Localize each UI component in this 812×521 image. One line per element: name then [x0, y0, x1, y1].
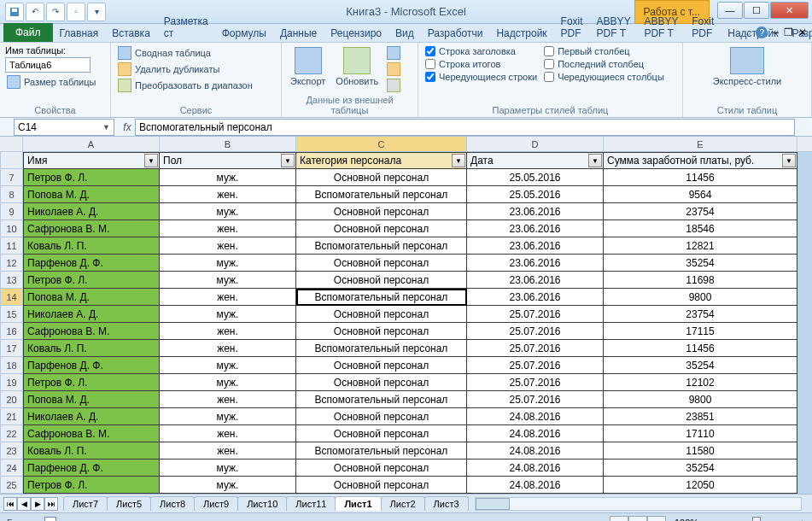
- cell-date[interactable]: 25.07.2016: [467, 391, 604, 408]
- tab-9[interactable]: Foxit PDF: [685, 13, 721, 42]
- cell-name[interactable]: Попова М. Д.: [23, 186, 160, 203]
- cell-date[interactable]: 25.07.2016: [467, 357, 604, 374]
- cell-sum[interactable]: 18546: [604, 220, 797, 237]
- style-option-checkbox-2[interactable]: [425, 72, 435, 82]
- cell-date[interactable]: 24.08.2016: [467, 408, 604, 425]
- cell-name[interactable]: Петров Ф. Л.: [23, 169, 160, 186]
- cell-gender[interactable]: муж.: [160, 272, 296, 289]
- doc-close-icon[interactable]: ✕: [798, 26, 807, 38]
- row-header-9[interactable]: 9: [0, 203, 23, 220]
- ribbon-tab-9[interactable]: Foxit PDF: [554, 13, 590, 42]
- cell-category[interactable]: Основной персонал: [296, 460, 467, 477]
- row-header-21[interactable]: 21: [0, 408, 23, 425]
- cell-sum[interactable]: 12102: [604, 374, 797, 391]
- cell-category[interactable]: Основной персонал: [296, 477, 467, 494]
- cell-date[interactable]: 23.06.2016: [467, 272, 604, 289]
- cell-name[interactable]: Николаев А. Д.: [23, 306, 160, 323]
- cell-gender[interactable]: жен.: [160, 289, 296, 306]
- cell-date[interactable]: 25.07.2016: [467, 340, 604, 357]
- cell-gender[interactable]: муж.: [160, 255, 296, 272]
- ext-prop-icon[interactable]: [385, 45, 402, 61]
- style-option-checkbox-3[interactable]: [544, 46, 554, 56]
- cell-name[interactable]: Сафронова В. М.: [23, 323, 160, 340]
- ribbon-tab-4[interactable]: Данные: [273, 25, 324, 42]
- sheet-tab-Лист9[interactable]: Лист9: [194, 496, 238, 511]
- qat-save[interactable]: [5, 3, 24, 21]
- table-header-4[interactable]: Сумма заработной платы, руб.▼: [604, 152, 797, 169]
- quick-styles-button[interactable]: Экспресс-стили: [710, 45, 785, 103]
- cell-sum[interactable]: 11456: [604, 169, 797, 186]
- style-option-checkbox-5[interactable]: [544, 72, 554, 82]
- sheet-nav-next[interactable]: ▶: [31, 497, 44, 511]
- cell-date[interactable]: 25.05.2016: [467, 186, 604, 203]
- ribbon-minimize-icon[interactable]: ⌵: [745, 26, 751, 38]
- row-header-22[interactable]: 22: [0, 425, 23, 442]
- row-header-10[interactable]: 10: [0, 220, 23, 237]
- style-option-4[interactable]: Последний столбец: [542, 58, 666, 70]
- style-option-3[interactable]: Первый столбец: [542, 45, 666, 57]
- cell-name[interactable]: Петров Ф. Л.: [23, 374, 160, 391]
- cell-name[interactable]: Попова М. Д.: [23, 391, 160, 408]
- col-header-B[interactable]: B: [160, 137, 296, 151]
- cell-sum[interactable]: 12821: [604, 237, 797, 255]
- table-header-2[interactable]: Категория персонала▼: [296, 152, 467, 169]
- cell-gender[interactable]: жен.: [160, 323, 296, 340]
- cell-category[interactable]: Вспомогательный персонал: [296, 289, 467, 306]
- maximize-button[interactable]: ☐: [744, 2, 769, 19]
- zoom-in-icon[interactable]: +: [800, 518, 805, 522]
- filter-button-4[interactable]: ▼: [782, 154, 796, 167]
- row-header-15[interactable]: 15: [0, 306, 23, 323]
- refresh-button[interactable]: Обновить: [332, 45, 382, 93]
- cell-name[interactable]: Петров Ф. Л.: [23, 272, 160, 289]
- cell-date[interactable]: 24.08.2016: [467, 477, 604, 494]
- sheet-nav-prev[interactable]: ◀: [17, 497, 31, 511]
- close-button[interactable]: ✕: [770, 2, 809, 19]
- cell-gender[interactable]: муж.: [160, 357, 296, 374]
- cell-sum[interactable]: 17115: [604, 323, 797, 340]
- sheet-nav-last[interactable]: ⏭: [44, 497, 58, 511]
- formula-bar[interactable]: Вспомогательный персонал: [135, 119, 795, 136]
- cell-sum[interactable]: 9564: [604, 186, 797, 203]
- row-header-14[interactable]: 14: [0, 289, 23, 306]
- cell-gender[interactable]: жен.: [160, 237, 296, 255]
- cell-category[interactable]: Основной персонал: [296, 357, 467, 374]
- row-header-19[interactable]: 19: [0, 374, 23, 391]
- name-box-dropdown-icon[interactable]: ▼: [102, 123, 110, 132]
- style-option-checkbox-4[interactable]: [544, 59, 554, 69]
- filter-button-3[interactable]: ▼: [588, 154, 602, 167]
- cell-date[interactable]: 23.06.2016: [467, 255, 604, 272]
- style-option-1[interactable]: Строка итогов: [424, 58, 539, 70]
- view-page-break[interactable]: [647, 516, 666, 522]
- ribbon-tab-7[interactable]: Разработчи: [421, 25, 490, 42]
- cell-gender[interactable]: жен.: [160, 425, 296, 442]
- cell-category[interactable]: Основной персонал: [296, 169, 467, 186]
- qat-more[interactable]: ▾: [87, 3, 106, 21]
- row-header-12[interactable]: 12: [0, 255, 23, 272]
- cell-name[interactable]: Парфенов Д. Ф.: [23, 357, 160, 374]
- doc-restore-icon[interactable]: ❐: [784, 26, 793, 38]
- cell-category[interactable]: Вспомогательный персонал: [296, 340, 467, 357]
- cell-gender[interactable]: жен.: [160, 442, 296, 460]
- qat-new[interactable]: ▫: [67, 3, 85, 21]
- col-header-D[interactable]: D: [467, 137, 604, 151]
- cell-date[interactable]: 25.07.2016: [467, 306, 604, 323]
- qat-undo[interactable]: ↶: [26, 3, 44, 21]
- cell-date[interactable]: 23.06.2016: [467, 289, 604, 306]
- cell-sum[interactable]: 11456: [604, 340, 797, 357]
- cell-category[interactable]: Основной персонал: [296, 272, 467, 289]
- ext-unlink-icon[interactable]: [385, 78, 402, 93]
- cell-name[interactable]: Коваль Л. П.: [23, 237, 160, 255]
- cell-name[interactable]: Попова М. Д.: [23, 289, 160, 306]
- cell-category[interactable]: Вспомогательный персонал: [296, 442, 467, 460]
- cell-gender[interactable]: муж.: [160, 477, 296, 494]
- filter-button-1[interactable]: ▼: [281, 154, 295, 167]
- style-option-checkbox-0[interactable]: [425, 46, 435, 56]
- cell-sum[interactable]: 35254: [604, 460, 797, 477]
- cell-sum[interactable]: 23754: [604, 203, 797, 220]
- ribbon-tab-6[interactable]: Вид: [388, 25, 421, 42]
- filter-button-0[interactable]: ▼: [144, 154, 158, 167]
- cell-category[interactable]: Основной персонал: [296, 306, 467, 323]
- cell-gender[interactable]: муж.: [160, 460, 296, 477]
- cell-category[interactable]: Основной персонал: [296, 425, 467, 442]
- cell-category[interactable]: Основной персонал: [296, 323, 467, 340]
